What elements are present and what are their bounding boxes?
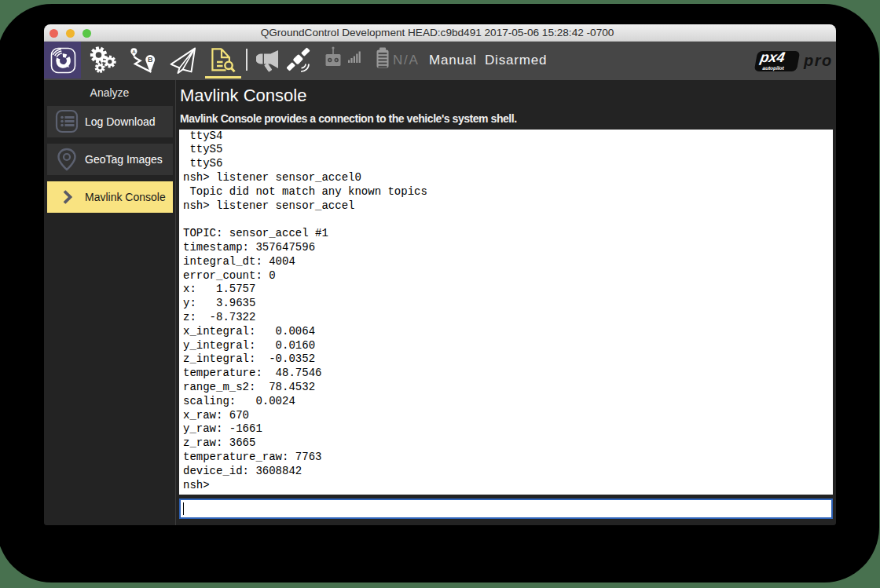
svg-text:B: B [148, 56, 153, 64]
svg-text:A: A [132, 49, 136, 54]
